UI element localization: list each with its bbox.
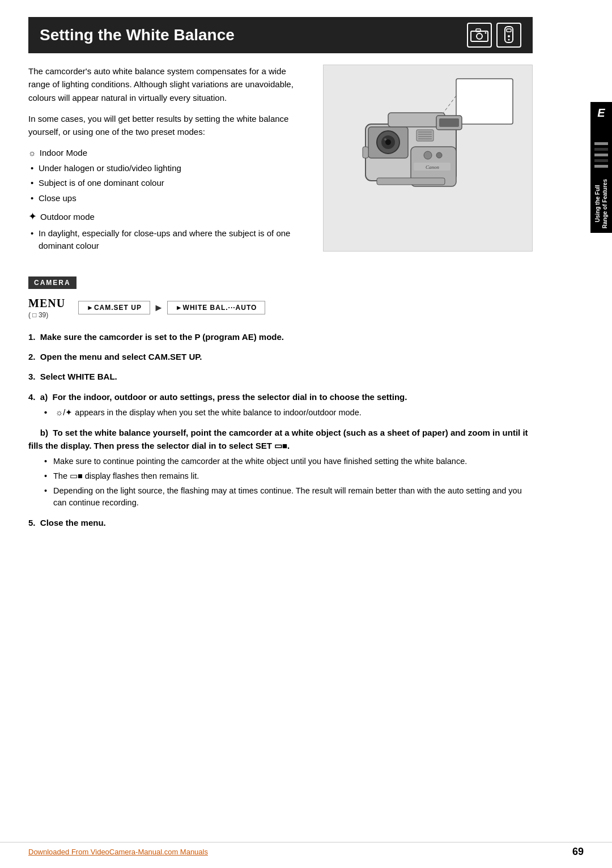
svg-point-21 (424, 151, 432, 159)
svg-point-16 (384, 138, 386, 141)
menu-step2: ►WHITE BAL.···AUTO (167, 301, 266, 314)
step-4a: 4. a) For the indoor, outdoor or auto se… (28, 390, 533, 419)
step-4a-bullet-1: • ☼/✦ appears in the display when you se… (44, 407, 533, 419)
page-header: Setting the White Balance (28, 17, 533, 53)
step-1-number: 1. (28, 332, 38, 342)
menu-label: MENU (28, 297, 65, 310)
menu-ref: ( □ 39) (28, 311, 48, 319)
svg-rect-5 (507, 29, 511, 32)
indoor-bullet-3: Close ups (28, 192, 306, 205)
remote-icon (501, 26, 517, 44)
indoor-symbol: ☼ (28, 146, 36, 159)
indoor-bullet-1: Under halogen or studio/video lighting (28, 162, 306, 175)
right-tab: E Using the Full Range of Features (590, 102, 612, 233)
step-2-text: Open the menu and select CAM.SET UP. (40, 352, 202, 361)
step-2: 2. Open the menu and select CAM.SET UP. (28, 350, 533, 363)
intro-section: The camcorder's auto white balance syste… (28, 65, 533, 255)
outdoor-bullets-list: In daylight, especially for close-ups an… (28, 227, 306, 253)
svg-rect-25 (416, 130, 434, 141)
step-4a-text: For the indoor, outdoor or auto settings… (53, 392, 407, 402)
main-content: Setting the White Balance (28, 0, 584, 529)
remote-icon-box (496, 23, 521, 48)
header-icons (467, 23, 521, 48)
camera-badge-container: CAMERA (28, 266, 533, 295)
step-4b-indent (28, 428, 38, 437)
svg-rect-2 (476, 29, 481, 32)
svg-rect-31 (377, 178, 445, 185)
step-4a-letter: a) (40, 392, 50, 402)
steps-section: 1. Make sure the camcorder is set to the… (28, 330, 533, 530)
menu-arrow-1: ► (154, 302, 164, 314)
outdoor-bullet-1: In daylight, especially for close-ups an… (28, 227, 306, 253)
svg-point-1 (477, 33, 482, 39)
step-5-text: Close the menu. (40, 518, 106, 527)
step-4b-letter: b) (40, 428, 50, 437)
step-2-number: 2. (28, 352, 38, 361)
page-footer: Downloaded From VideoCamera-Manual.com M… (0, 842, 612, 858)
page-container: E Using the Full Range of Features Setti… (0, 0, 612, 868)
tab-line-2 (594, 148, 608, 151)
camera-icon (470, 27, 489, 43)
svg-text:Canon: Canon (426, 164, 440, 170)
step-1: 1. Make sure the camcorder is set to the… (28, 330, 533, 343)
menu-arrow-box: ►CAM.SET UP ► ►WHITE BAL.···AUTO (78, 301, 265, 314)
step-1-text: Make sure the camcorder is set to the P … (40, 332, 284, 342)
camera-badge: CAMERA (28, 276, 76, 289)
intro-text: The camcorder's auto white balance syste… (28, 65, 306, 255)
step-3-text: Select WHITE BAL. (40, 372, 117, 381)
svg-rect-20 (439, 118, 459, 127)
step-4b-bullet-3: Depending on the light source, the flash… (44, 485, 533, 510)
tab-line-4 (594, 159, 608, 162)
step-4b: b) To set the white balance yourself, po… (28, 426, 533, 510)
svg-point-7 (508, 39, 510, 41)
camera-icon-box (467, 23, 492, 48)
step-4b-bullet-1: Make sure to continue pointing the camco… (44, 456, 533, 468)
svg-rect-8 (456, 79, 513, 124)
page-number: 69 (572, 846, 584, 858)
camcorder-svg: Canon (332, 73, 524, 243)
svg-point-3 (485, 32, 487, 34)
step-4b-text: To set the white balance yourself, point… (28, 428, 528, 450)
step-5-number: 5. (28, 518, 38, 527)
step-4-number: 4. (28, 392, 38, 402)
step-4b-sub: Make sure to continue pointing the camco… (28, 456, 533, 509)
tab-line-3 (594, 154, 608, 156)
svg-point-15 (385, 139, 391, 145)
tab-line-1 (594, 142, 608, 145)
svg-point-22 (436, 152, 442, 158)
intro-paragraph2: In some cases, you will get better resul… (28, 112, 306, 139)
camcorder-image: Canon (323, 65, 533, 252)
tab-rotated-text: Using the Full Range of Features (594, 179, 609, 228)
svg-rect-30 (363, 147, 368, 158)
tab-lines (594, 142, 608, 168)
indoor-bullet-2: Subject is of one dominant colour (28, 177, 306, 190)
intro-paragraph1: The camcorder's auto white balance syste… (28, 65, 306, 104)
step-3: 3. Select WHITE BAL. (28, 370, 533, 383)
tab-letter: E (597, 107, 605, 120)
outdoor-mode-label: ✦ Outdoor mode (28, 209, 306, 225)
page-title: Setting the White Balance (40, 26, 235, 44)
step-4b-bullet-2: The ▭■ display flashes then remains lit. (44, 470, 533, 483)
footer-link[interactable]: Downloaded From VideoCamera-Manual.com M… (28, 848, 208, 856)
step-5: 5. Close the menu. (28, 516, 533, 529)
menu-section: MENU ( □ 39) ►CAM.SET UP ► ►WHITE BAL.··… (28, 297, 533, 319)
outdoor-label-text: Outdoor mode (40, 210, 95, 223)
indoor-bullets-list: Under halogen or studio/video lighting S… (28, 162, 306, 205)
svg-point-6 (508, 35, 510, 37)
indoor-mode-label: ☼ Indoor Mode (28, 146, 306, 159)
menu-label-block: MENU ( □ 39) (28, 297, 68, 319)
menu-step1: ►CAM.SET UP (78, 301, 150, 314)
indoor-label-text: Indoor Mode (40, 146, 87, 159)
step-4a-sub: • ☼/✦ appears in the display when you se… (28, 407, 533, 419)
outdoor-symbol: ✦ (28, 209, 37, 225)
step-3-number: 3. (28, 372, 38, 381)
tab-line-5 (594, 165, 608, 168)
